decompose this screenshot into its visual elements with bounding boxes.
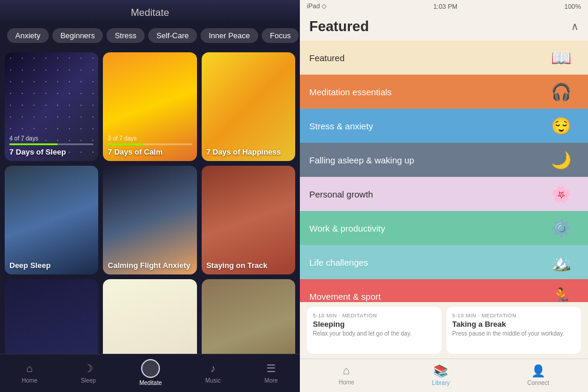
card-bottom1[interactable] [5,279,98,354]
right-nav-item-connect[interactable]: 👤Connect [527,364,549,386]
card-content [5,279,98,354]
featured-list: Featured📖Meditation essentials🎧Stress & … [300,41,588,302]
progress-label: 4 of 7 days [9,135,93,142]
nav-label-more: More [265,377,278,384]
illustration-life-challenges: 🏔️ [543,247,579,277]
chevron-up-icon[interactable]: ∧ [571,20,579,33]
progress-bar-wrap [9,143,93,145]
bottom-cards-row: 5-10 MIN · MEDITATIONSleepingRelax your … [300,302,588,359]
nav-icon-more: ☰ [264,361,278,376]
nav-icon-home: ⌂ [22,361,36,376]
device-label: iPad ◇ [307,2,326,10]
card-flight-anxiety[interactable]: Calming Flight Anxiety [103,166,196,274]
featured-item-label: Work & productivity [309,223,385,233]
nav-icon-meditate [141,359,160,378]
meditation-grid: 4 of 7 days7 Days of Sleep3 of 7 days7 D… [0,48,300,354]
categories-bar: AnxietyBeginnersStressSelf-CareInner Pea… [0,24,300,48]
right-panel: iPad ◇ 1:03 PM 100% Featured ∧ Featured📖… [300,0,588,392]
featured-item-meditation-essentials[interactable]: Meditation essentials🎧 [300,75,588,109]
featured-item-label: Movement & sport [309,292,381,301]
mini-card-taking-a-break[interactable]: 5-10 MIN · MEDITATIONTaking a BreakPress… [446,307,581,354]
featured-item-personal-growth[interactable]: Personal growth🌸 [300,177,588,211]
progress-bar-wrap [108,143,192,145]
illustration-personal-growth: 🌸 [543,179,579,209]
featured-header: Featured ∧ [300,12,588,41]
featured-item-stress-anxiety[interactable]: Stress & anxiety😌 [300,109,588,143]
mini-card-sleeping[interactable]: 5-10 MIN · MEDITATIONSleepingRelax your … [307,307,442,354]
featured-item-falling-asleep[interactable]: Falling asleep & waking up🌙 [300,143,588,177]
illustration-movement-sport: 🏃 [543,282,579,302]
card-seven-calm[interactable]: 3 of 7 days7 Days of Calm [103,52,196,161]
status-bar: iPad ◇ 1:03 PM 100% [300,0,588,12]
category-pill[interactable]: Anxiety [7,28,49,43]
right-nav-label-connect: Connect [527,380,549,386]
card-title: Deep Sleep [9,261,93,270]
category-pill[interactable]: Focus [262,28,299,43]
card-title: 7 Days of Calm [108,148,192,156]
nav-label-home: Home [22,377,38,384]
illustration-featured: 📖 [543,43,579,72]
card-title: 7 Days of Happiness [206,148,290,156]
progress-bar-fill [108,143,144,145]
mini-card-tag: 5-10 MIN · MEDITATION [452,313,575,319]
mini-card-tag: 5-10 MIN · MEDITATION [313,313,436,319]
mini-card-title: Taking a Break [452,320,575,329]
illustration-falling-asleep: 🌙 [543,145,579,175]
right-nav-label-library: Library [432,380,450,386]
progress-label: 3 of 7 days [108,135,192,142]
right-nav-icon-home: ⌂ [343,364,350,377]
featured-item-label: Stress & anxiety [309,121,373,131]
right-nav-item-home[interactable]: ⌂Home [339,364,355,386]
featured-item-featured[interactable]: Featured📖 [300,41,588,75]
illustration-work-productivity: ⚙️ [543,213,579,243]
featured-item-label: Falling asleep & waking up [309,155,414,165]
right-nav-item-library[interactable]: 📚Library [432,364,450,386]
featured-item-label: Personal growth [309,189,373,199]
category-pill[interactable]: Stress [106,28,145,43]
category-pill[interactable]: Self-Care [148,28,197,43]
card-content: Calming Flight Anxiety [103,166,196,274]
featured-title: Featured [309,18,369,35]
card-bottom2[interactable] [103,279,196,354]
card-seven-sleep[interactable]: 4 of 7 days7 Days of Sleep [5,52,98,161]
featured-item-label: Featured [309,53,345,63]
left-bottom-nav: ⌂Home☽SleepMeditate♪Music☰More [0,354,300,392]
card-bottom3[interactable] [202,279,295,354]
right-nav-label-home: Home [339,379,355,386]
card-title: 7 Days of Sleep [9,148,93,156]
card-staying-on-track[interactable]: Staying on Track [202,166,295,274]
card-deep-sleep[interactable]: Deep Sleep [5,166,98,274]
featured-item-movement-sport[interactable]: Movement & sport🏃 [300,279,588,302]
time-label: 1:03 PM [433,3,457,10]
card-content [202,279,295,354]
nav-label-meditate: Meditate [139,380,162,386]
illustration-meditation-essentials: 🎧 [543,77,579,106]
category-pill[interactable]: Beginners [52,28,103,43]
meditate-title: Meditate [131,7,169,18]
featured-item-life-challenges[interactable]: Life challenges🏔️ [300,245,588,279]
card-content: 4 of 7 days7 Days of Sleep [5,52,98,161]
left-header: Meditate [0,0,300,24]
featured-item-work-productivity[interactable]: Work & productivity⚙️ [300,211,588,245]
mini-card-desc: Relax your body and let go of the day. [313,330,436,337]
left-panel: Meditate AnxietyBeginnersStressSelf-Care… [0,0,300,392]
nav-item-home[interactable]: ⌂Home [22,361,38,384]
card-seven-happiness[interactable]: 7 Days of Happiness [202,52,295,161]
progress-bar-fill [9,143,58,145]
mini-card-desc: Press pause in the middle of your workda… [452,330,575,337]
right-bottom-nav: ⌂Home📚Library👤Connect [300,359,588,392]
nav-icon-music: ♪ [206,361,220,376]
nav-item-more[interactable]: ☰More [264,361,278,384]
featured-item-label: Life challenges [309,257,368,267]
category-pill[interactable]: Inner Peace [201,28,258,43]
nav-item-music[interactable]: ♪Music [205,361,220,384]
illustration-stress-anxiety: 😌 [543,111,579,140]
card-content: 7 Days of Happiness [202,52,295,161]
card-content: Staying on Track [202,166,295,274]
right-nav-icon-connect: 👤 [531,364,546,378]
card-title: Calming Flight Anxiety [108,261,192,270]
card-content: 3 of 7 days7 Days of Calm [103,52,196,161]
right-nav-icon-library: 📚 [433,364,448,378]
nav-item-meditate[interactable]: Meditate [139,359,162,386]
nav-item-sleep[interactable]: ☽Sleep [81,361,96,384]
